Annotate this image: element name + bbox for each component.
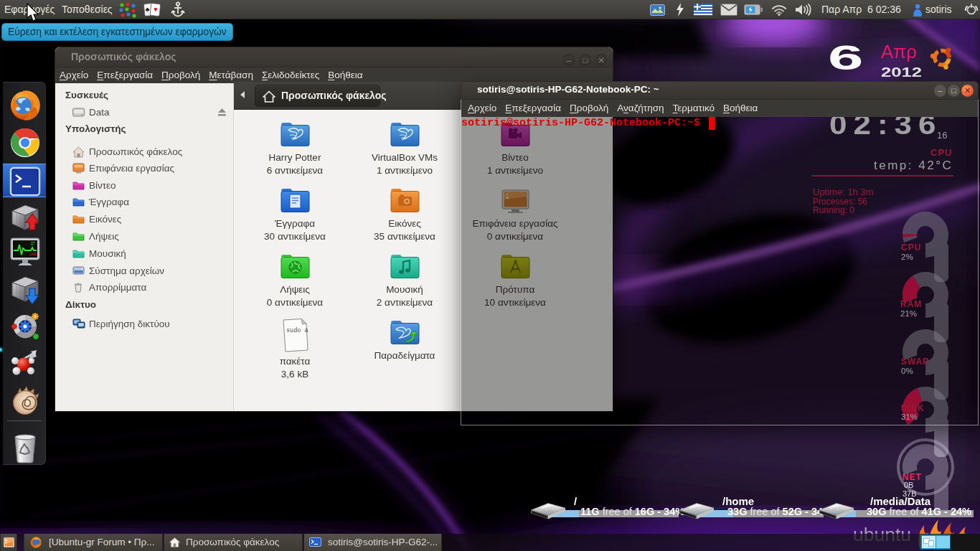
svg-text:♥: ♥ (154, 6, 158, 14)
svg-text:sudo a: sudo a (286, 327, 308, 334)
svg-text:LIVE: LIVE (29, 253, 37, 256)
svg-text:♣: ♣ (145, 6, 150, 13)
